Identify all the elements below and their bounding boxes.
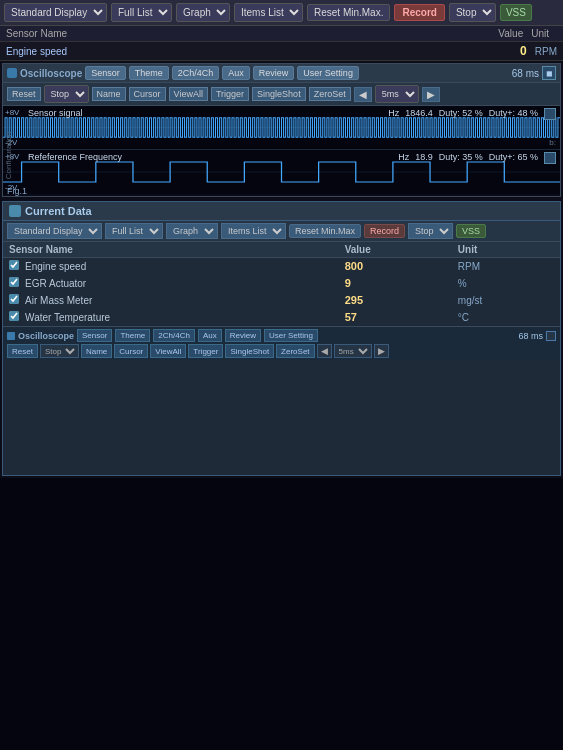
inner-list-select[interactable]: Full List (105, 223, 163, 239)
osc-reset-btn[interactable]: Reset (7, 87, 41, 101)
ch1-bottom-label: b: (549, 138, 556, 147)
sensor-checkbox-2[interactable] (9, 294, 19, 304)
ch1-duty-label: Duty: 52 % (439, 108, 483, 120)
ch1-label: Sensor signal (28, 108, 83, 118)
sensor-name-row: Sensor Name Value Unit (0, 26, 563, 42)
engine-speed-name: Engine speed (6, 46, 520, 57)
sensor-value-cell: 295 (339, 292, 452, 309)
sensor-checkbox-1[interactable] (9, 277, 19, 287)
ch2-info: Hz 18.9 Duty: 35 % Duty+: 65 % (398, 152, 556, 164)
osc-theme-btn[interactable]: Theme (129, 66, 169, 80)
osc-time: 68 ms (512, 68, 539, 79)
chart-select[interactable]: Graph (176, 3, 230, 22)
oscilloscope-section: Oscilloscope Sensor Theme 2Ch/4Ch Aux Re… (2, 63, 561, 197)
mini-review-btn[interactable]: Review (225, 329, 261, 342)
inner-display-select[interactable]: Standard Display (7, 223, 102, 239)
mini-reset-btn[interactable]: Reset (7, 344, 38, 358)
channel2: +8V Refeference Frequency Hz 18.9 Duty: … (3, 150, 560, 194)
vss-button[interactable]: VSS (500, 4, 532, 21)
ch2-hz-label: Hz (398, 152, 409, 164)
sensor-name-label: Sensor Name (6, 28, 498, 39)
osc-indicator: ◼ (542, 66, 556, 80)
osc-name-btn[interactable]: Name (92, 87, 126, 101)
osc-prev-btn[interactable]: ◀ (354, 87, 372, 102)
sensor-row-name: Engine speed (3, 258, 339, 275)
mini-sensor-btn[interactable]: Sensor (77, 329, 112, 342)
ch1-volt-top: +8V (5, 108, 19, 117)
sensor-value-cell: 9 (339, 275, 452, 292)
ch1-hz-label: Hz (388, 108, 399, 120)
osc-trigger-btn[interactable]: Trigger (211, 87, 249, 101)
sensor-row-name: Air Mass Meter (3, 292, 339, 309)
osc-sensor-btn[interactable]: Sensor (85, 66, 126, 80)
sensor-unit-cell: mg/st (452, 292, 560, 309)
sensor-checkbox-3[interactable] (9, 311, 19, 321)
osc-toolbar: Oscilloscope Sensor Theme 2Ch/4Ch Aux Re… (3, 64, 560, 83)
osc-review-btn[interactable]: Review (253, 66, 295, 80)
mini-cursor-btn[interactable]: Cursor (114, 344, 148, 358)
osc-cursor-btn[interactable]: Cursor (129, 87, 166, 101)
inner-record-btn[interactable]: Record (364, 224, 405, 238)
sensor-value-label: Value (498, 28, 523, 39)
display-select[interactable]: Standard Display (4, 3, 107, 22)
screen: Standard Display Full List Graph Items L… (0, 0, 563, 750)
current-data-title: Current Data (25, 205, 92, 217)
mini-theme-btn[interactable]: Theme (115, 329, 150, 342)
mini-2ch4ch-btn[interactable]: 2Ch/4Ch (153, 329, 195, 342)
ch1-hz-value: 1846.4 (405, 108, 433, 120)
mini-zeroset-btn[interactable]: ZeroSet (276, 344, 314, 358)
current-data-section: Current Data Standard Display Full List … (2, 201, 561, 476)
sensor-value-cell: 800 (339, 258, 452, 275)
current-data-icon (9, 205, 21, 217)
fig-label: Fig.1 (7, 186, 27, 196)
col-sensor-name: Sensor Name (3, 242, 339, 258)
ch2-duty-plus: Duty+: 65 % (489, 152, 538, 164)
waveform-container: Configuration +8V Sensor signal Hz 1846.… (3, 106, 560, 196)
table-row: Engine speed 800 RPM (3, 258, 560, 275)
inner-reset-btn[interactable]: Reset Min.Max (289, 224, 361, 238)
engine-speed-unit: RPM (535, 46, 557, 57)
stop-select[interactable]: Stop (449, 3, 496, 22)
col-value: Value (339, 242, 452, 258)
mini-next-btn[interactable]: ▶ (374, 344, 389, 358)
osc-aux-btn[interactable]: Aux (222, 66, 250, 80)
osc-time-select[interactable]: 5ms (375, 85, 419, 103)
osc-zeroset-btn[interactable]: ZeroSet (309, 87, 351, 101)
reset-minmax-button[interactable]: Reset Min.Max. (307, 4, 390, 21)
mini-singleshot-btn[interactable]: SingleShot (225, 344, 274, 358)
sensor-unit-cell: RPM (452, 258, 560, 275)
mini-trigger-btn[interactable]: Trigger (188, 344, 223, 358)
osc-controls: Reset Stop Name Cursor ViewAll Trigger S… (3, 83, 560, 106)
osc-next-btn[interactable]: ▶ (422, 87, 440, 102)
sensor-row-name: EGR Actuator (3, 275, 339, 292)
inner-stop-select[interactable]: Stop (408, 223, 453, 239)
sensor-checkbox-0[interactable] (9, 260, 19, 270)
mini-osc-time: 68 ms (518, 331, 543, 341)
mini-viewall-btn[interactable]: ViewAll (150, 344, 186, 358)
sensor-unit-cell: °C (452, 309, 560, 326)
sensor-unit-label: Unit (531, 28, 549, 39)
inner-items-select[interactable]: Items List (221, 223, 286, 239)
mini-usersetting-btn[interactable]: User Setting (264, 329, 318, 342)
osc-2ch4ch-btn[interactable]: 2Ch/4Ch (172, 66, 220, 80)
mini-name-btn[interactable]: Name (81, 344, 112, 358)
osc-viewall-btn[interactable]: ViewAll (169, 87, 208, 101)
inner-toolbar: Standard Display Full List Graph Items L… (3, 221, 560, 242)
mini-aux-btn[interactable]: Aux (198, 329, 222, 342)
mini-osc-icon (7, 332, 15, 340)
list-select[interactable]: Full List (111, 3, 172, 22)
inner-chart-select[interactable]: Graph (166, 223, 218, 239)
mini-stop-select[interactable]: Stop (40, 344, 79, 358)
mini-time-select[interactable]: 5ms (334, 344, 372, 358)
items-select[interactable]: Items List (234, 3, 303, 22)
sensor-unit-cell: % (452, 275, 560, 292)
record-button[interactable]: Record (394, 4, 444, 21)
table-header-row: Sensor Name Value Unit (3, 242, 560, 258)
osc-usersetting-btn[interactable]: User Setting (297, 66, 359, 80)
osc-singleshot-btn[interactable]: SingleShot (252, 87, 306, 101)
ch2-indicator (544, 152, 556, 164)
osc-stop-select[interactable]: Stop (44, 85, 89, 103)
inner-vss-btn[interactable]: VSS (456, 224, 486, 238)
mini-prev-btn[interactable]: ◀ (317, 344, 332, 358)
sensor-value-cell: 57 (339, 309, 452, 326)
